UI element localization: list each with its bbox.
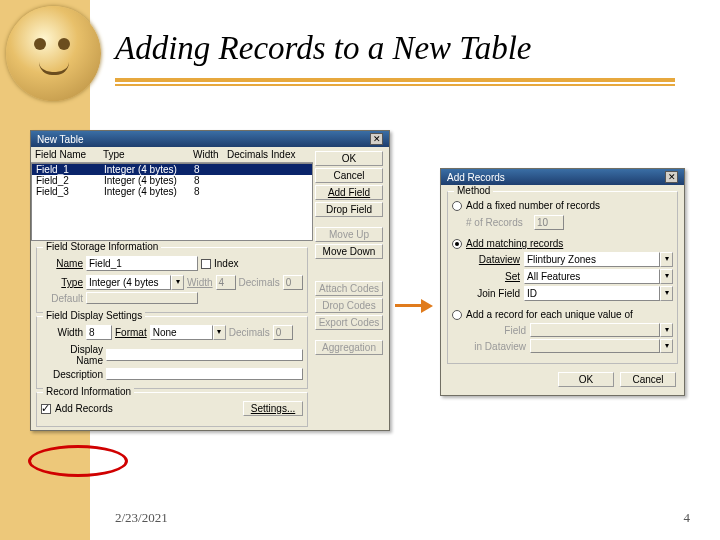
cell: 8 [194, 164, 228, 175]
index-label: Index [214, 258, 238, 269]
table-row[interactable]: Field_2 Integer (4 bytes) 8 [32, 175, 312, 186]
type-select[interactable]: Integer (4 bytes [86, 275, 171, 290]
cell: Field_3 [36, 186, 104, 197]
new-table-title: New Table [37, 134, 84, 145]
dataview-select[interactable]: Flintbury Zones [524, 252, 660, 267]
col-width: Width [193, 149, 227, 160]
title-rule [115, 78, 675, 82]
default-input [86, 292, 198, 304]
set-label: Set [466, 271, 520, 282]
cell: 8 [194, 175, 228, 186]
indv-select [530, 339, 660, 353]
width-input: 4 [216, 275, 236, 290]
table-row[interactable]: Field_3 Integer (4 bytes) 8 [32, 186, 312, 197]
chevron-down-icon[interactable]: ▾ [660, 286, 673, 301]
add-records-titlebar[interactable]: Add Records ✕ [441, 169, 684, 185]
title-rule-thin [115, 84, 675, 86]
indv-label: in Dataview [466, 341, 526, 352]
col-type: Type [103, 149, 193, 160]
decimals-label: Decimals [239, 277, 280, 288]
opt-matching-label: Add matching records [466, 238, 563, 249]
chevron-down-icon[interactable]: ▾ [660, 252, 673, 267]
chevron-down-icon: ▾ [660, 339, 673, 353]
decimals-input: 0 [283, 275, 303, 290]
description-input[interactable] [106, 368, 303, 380]
cell: Integer (4 bytes) [104, 164, 194, 175]
disp-width-label: Width [41, 327, 83, 338]
format-label: Format [115, 327, 147, 338]
opt-fixed-label: Add a fixed number of records [466, 200, 600, 211]
new-table-titlebar[interactable]: New Table ✕ [31, 131, 389, 147]
field-select [530, 323, 660, 337]
radio-matching[interactable] [452, 239, 462, 249]
index-checkbox[interactable] [201, 259, 211, 269]
drop-codes-button: Drop Codes [315, 298, 383, 313]
export-codes-button: Export Codes [315, 315, 383, 330]
radio-unique[interactable] [452, 310, 462, 320]
cancel-button[interactable]: Cancel [620, 372, 676, 387]
ok-button[interactable]: OK [558, 372, 614, 387]
format-select[interactable]: None [150, 325, 213, 340]
add-records-label: Add Records [55, 403, 113, 414]
numrec-input: 10 [534, 215, 564, 230]
move-up-button[interactable]: Move Up [315, 227, 383, 242]
add-records-checkbox[interactable] [41, 404, 51, 414]
disp-dec-input: 0 [273, 325, 293, 340]
chevron-down-icon[interactable]: ▾ [171, 275, 184, 290]
cell: Field_2 [36, 175, 104, 186]
chevron-down-icon: ▾ [660, 323, 673, 337]
field-list[interactable]: Field_1 Integer (4 bytes) 8 Field_2 Inte… [31, 163, 313, 241]
settings-button[interactable]: Settings... [243, 401, 303, 416]
cell: Field_1 [36, 164, 104, 175]
set-select[interactable]: All Features [524, 269, 660, 284]
cell: Integer (4 bytes) [104, 186, 194, 197]
chevron-down-icon[interactable]: ▾ [660, 269, 673, 284]
numrec-label: # of Records [466, 217, 530, 228]
cell: Integer (4 bytes) [104, 175, 194, 186]
field-label: Field [466, 325, 526, 336]
add-records-dialog: Add Records ✕ Method Add a fixed number … [440, 168, 685, 396]
col-field-name: Field Name [35, 149, 103, 160]
aggregation-button: Aggregation [315, 340, 383, 355]
close-icon[interactable]: ✕ [370, 133, 383, 145]
method-legend: Method [454, 185, 493, 196]
chevron-down-icon[interactable]: ▾ [213, 325, 226, 340]
description-label: Description [41, 369, 103, 380]
col-decimals: Decimals [227, 149, 271, 160]
disp-dec-label: Decimals [229, 327, 270, 338]
ok-button[interactable]: OK [315, 151, 383, 166]
width-label: Width [187, 277, 213, 288]
col-index: Index [271, 149, 303, 160]
attach-codes-button: Attach Codes [315, 281, 383, 296]
join-select[interactable]: ID [524, 286, 660, 301]
add-field-button[interactable]: Add Field [315, 185, 383, 200]
footer-date: 2/23/2021 [115, 510, 168, 526]
group-display-title: Field Display Settings [43, 310, 145, 321]
name-input[interactable]: Field_1 [86, 256, 198, 271]
table-row[interactable]: Field_1 Integer (4 bytes) 8 [32, 164, 312, 175]
group-record-title: Record Information [43, 386, 134, 397]
disp-name-input[interactable] [106, 349, 303, 361]
slide-title: Adding Records to a New Table [115, 30, 531, 67]
radio-fixed[interactable] [452, 201, 462, 211]
add-records-title: Add Records [447, 172, 505, 183]
group-storage-title: Field Storage Information [43, 241, 161, 252]
name-label: Name [41, 258, 83, 269]
footer-page-number: 4 [684, 510, 691, 526]
opt-unique-label: Add a record for each unique value of [466, 309, 633, 320]
move-down-button[interactable]: Move Down [315, 244, 383, 259]
annotation-arrow [395, 300, 435, 312]
disp-name-label: Display Name [41, 344, 103, 366]
cancel-button[interactable]: Cancel [315, 168, 383, 183]
dataview-label: Dataview [466, 254, 520, 265]
sun-decoration [6, 6, 101, 101]
new-table-dialog: New Table ✕ Field Name Type Width Decima… [30, 130, 390, 431]
disp-width-input[interactable]: 8 [86, 325, 112, 340]
drop-field-button[interactable]: Drop Field [315, 202, 383, 217]
join-label: Join Field [466, 288, 520, 299]
default-label: Default [41, 293, 83, 304]
type-label: Type [41, 277, 83, 288]
cell: 8 [194, 186, 228, 197]
close-icon[interactable]: ✕ [665, 171, 678, 183]
